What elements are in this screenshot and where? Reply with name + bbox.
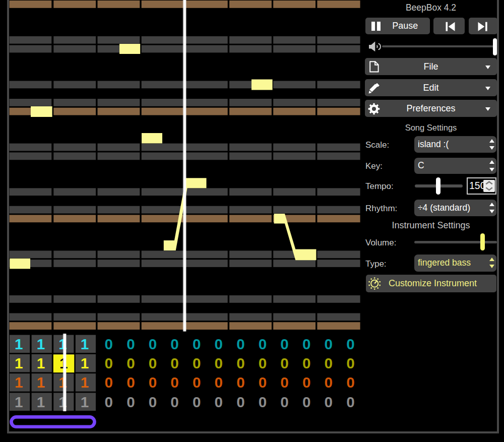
svg-text:0: 0: [170, 355, 179, 371]
svg-text:0: 0: [170, 394, 179, 410]
svg-text:0: 0: [105, 394, 113, 410]
svg-text:0: 0: [149, 374, 157, 391]
svg-text:0: 0: [325, 336, 333, 352]
svg-text:1: 1: [37, 374, 45, 391]
svg-text:0: 0: [325, 394, 333, 410]
svg-text:1: 1: [81, 394, 89, 410]
svg-text:0: 0: [105, 374, 113, 391]
svg-text:0: 0: [127, 355, 135, 371]
svg-text:1: 1: [37, 355, 45, 371]
svg-text:1: 1: [37, 394, 45, 410]
svg-text:0: 0: [280, 394, 289, 410]
svg-text:0: 0: [325, 355, 333, 371]
svg-text:0: 0: [193, 355, 201, 371]
svg-text:1: 1: [15, 355, 23, 371]
svg-text:0: 0: [149, 336, 157, 352]
svg-text:1: 1: [15, 374, 23, 391]
svg-text:0: 0: [193, 394, 201, 410]
svg-text:0: 0: [105, 355, 113, 371]
svg-text:0: 0: [149, 394, 157, 410]
svg-text:0: 0: [236, 394, 245, 410]
svg-text:0: 0: [259, 374, 267, 391]
svg-text:0: 0: [302, 394, 311, 410]
svg-text:0: 0: [170, 374, 179, 391]
svg-text:0: 0: [346, 394, 355, 410]
svg-text:0: 0: [149, 355, 157, 371]
svg-text:0: 0: [259, 355, 267, 371]
svg-text:1: 1: [15, 394, 23, 410]
svg-text:1: 1: [81, 355, 89, 371]
svg-text:1: 1: [81, 374, 89, 391]
svg-text:0: 0: [259, 336, 267, 352]
svg-text:0: 0: [236, 374, 245, 391]
svg-text:0: 0: [302, 336, 311, 352]
svg-text:1: 1: [37, 336, 45, 352]
svg-text:0: 0: [215, 355, 223, 371]
svg-text:0: 0: [280, 355, 289, 371]
svg-text:0: 0: [215, 374, 223, 391]
svg-text:1: 1: [81, 336, 89, 352]
svg-text:0: 0: [236, 336, 245, 352]
svg-text:0: 0: [127, 394, 135, 410]
svg-text:0: 0: [346, 374, 355, 391]
svg-text:0: 0: [127, 336, 135, 352]
svg-text:0: 0: [127, 374, 135, 391]
svg-text:1: 1: [15, 336, 23, 352]
svg-text:0: 0: [259, 394, 267, 410]
svg-text:0: 0: [236, 355, 245, 371]
svg-text:0: 0: [193, 374, 201, 391]
svg-text:0: 0: [170, 336, 179, 352]
svg-text:0: 0: [215, 394, 223, 410]
svg-text:0: 0: [105, 336, 113, 352]
svg-text:0: 0: [302, 355, 311, 371]
svg-text:0: 0: [215, 336, 223, 352]
svg-text:0: 0: [193, 336, 201, 352]
svg-text:0: 0: [302, 374, 311, 391]
svg-text:0: 0: [325, 374, 333, 391]
svg-text:0: 0: [280, 374, 289, 391]
svg-text:0: 0: [280, 336, 289, 352]
svg-text:0: 0: [346, 355, 355, 371]
svg-text:0: 0: [346, 336, 355, 352]
